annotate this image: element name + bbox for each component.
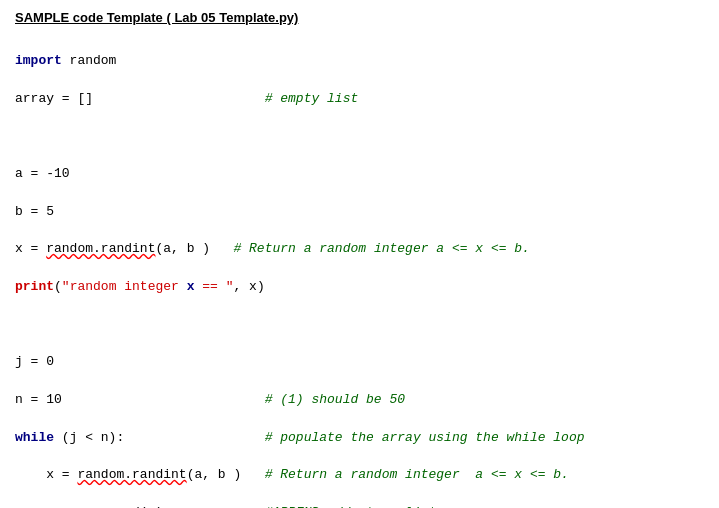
code-block: import random array = [] # empty list a … xyxy=(15,33,704,508)
line-a: a = -10 xyxy=(15,166,70,181)
line-x2: x = random.randint(a, b ) # Return a ran… xyxy=(15,467,569,482)
line-print1: print("random integer x == ", x) xyxy=(15,279,265,294)
line-while: while (j < n): # populate the array usin… xyxy=(15,430,585,445)
title: SAMPLE code Template ( Lab 05 Template.p… xyxy=(15,10,704,25)
line-j: j = 0 xyxy=(15,354,54,369)
line-import: import random xyxy=(15,53,116,68)
line-x: x = random.randint(a, b ) # Return a ran… xyxy=(15,241,530,256)
line-b: b = 5 xyxy=(15,204,54,219)
line-array-init: array = [] # empty list xyxy=(15,91,358,106)
line-n: n = 10 # (1) should be 50 xyxy=(15,392,405,407)
